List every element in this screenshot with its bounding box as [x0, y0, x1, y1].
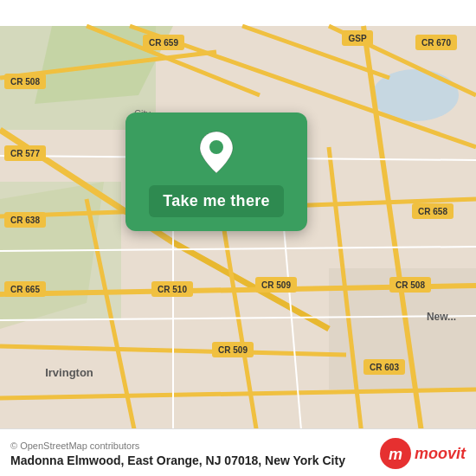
bottom-info: © OpenStreetMap contributors Madonna Elm…: [10, 441, 345, 467]
svg-text:CR 508: CR 508: [10, 77, 40, 87]
svg-text:CR 670: CR 670: [421, 38, 451, 48]
svg-text:CR 509: CR 509: [261, 280, 291, 290]
location-name: Madonna Elmwood, East Orange, NJ 07018, …: [10, 453, 345, 467]
svg-text:CR 577: CR 577: [10, 149, 40, 158]
svg-text:CR 659: CR 659: [149, 38, 178, 48]
svg-text:CR 638: CR 638: [10, 215, 40, 225]
take-me-there-card: Take me there: [125, 113, 307, 231]
osm-attribution: © OpenStreetMap contributors: [10, 441, 345, 451]
svg-text:CR 510: CR 510: [158, 285, 187, 294]
svg-text:Irvington: Irvington: [45, 366, 93, 379]
svg-text:New...: New...: [427, 311, 456, 323]
moovit-logo: m moovit: [380, 438, 466, 469]
svg-text:m: m: [389, 446, 402, 463]
svg-text:GSP: GSP: [348, 34, 366, 43]
svg-point-57: [209, 140, 223, 154]
svg-text:CR 665: CR 665: [10, 285, 40, 294]
svg-text:CR 508: CR 508: [396, 280, 425, 290]
svg-text:CR 658: CR 658: [418, 207, 447, 216]
moovit-text: moovit: [415, 445, 466, 463]
svg-text:CR 603: CR 603: [370, 363, 399, 372]
moovit-icon: m: [380, 438, 411, 469]
take-me-there-button[interactable]: Take me there: [149, 185, 284, 217]
svg-text:CR 509: CR 509: [218, 345, 248, 355]
map-background: CR 659 GSP CR 670 CR 508 CR 577 CR 638 C…: [0, 0, 476, 476]
location-pin-icon: [197, 130, 235, 175]
bottom-bar: © OpenStreetMap contributors Madonna Elm…: [0, 428, 476, 476]
map-container: CR 659 GSP CR 670 CR 508 CR 577 CR 638 C…: [0, 0, 476, 476]
